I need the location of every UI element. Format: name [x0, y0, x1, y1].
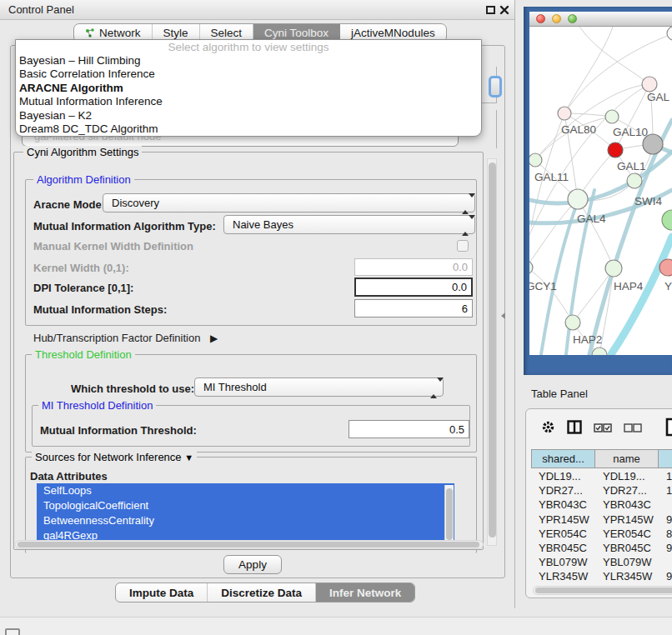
node-hap2[interactable] — [565, 315, 580, 330]
network-edge[interactable] — [579, 27, 649, 84]
panel-splitter-handle[interactable] — [501, 312, 505, 319]
mi-threshold-label: Mutual Information Threshold: — [40, 424, 197, 437]
algorithm-option[interactable]: ARACNE Algorithm — [16, 82, 481, 95]
mi-steps-field[interactable]: 6 — [354, 299, 473, 318]
select-all-checkboxes-icon[interactable] — [594, 421, 612, 436]
table-row[interactable]: YDR27...YDR27...12 — [531, 483, 672, 498]
node-gal1-red[interactable] — [608, 142, 623, 158]
control-panel: Control Panel NetworkStyleSelectCyni Too… — [0, 0, 515, 608]
node-label-gal4: GAL4 — [577, 212, 606, 225]
node-salmon[interactable] — [659, 259, 672, 276]
network-edge[interactable] — [573, 268, 614, 322]
node-gcy1[interactable] — [529, 261, 533, 274]
network-edge[interactable] — [531, 113, 564, 227]
column-header-shared[interactable]: shared... — [531, 449, 595, 468]
close-traffic-light-icon[interactable] — [536, 14, 545, 23]
dock-panel-icon[interactable] — [5, 628, 20, 635]
algorithm-definition-title: Algorithm Definition — [33, 173, 134, 186]
algorithm-combo-button[interactable] — [489, 76, 502, 98]
table-cell: 9. — [659, 512, 672, 527]
node-attribute-table[interactable]: shared...nameAYDL19...YDL19...13YDR27...… — [531, 449, 672, 582]
table-cell: YBR045C — [595, 541, 659, 555]
which-threshold-combo[interactable]: MI Threshold — [194, 378, 444, 397]
column-header-a[interactable]: A — [659, 449, 672, 468]
float-window-icon[interactable] — [486, 6, 495, 14]
apply-button[interactable]: Apply — [223, 555, 282, 574]
node-gal11[interactable] — [529, 153, 542, 167]
mi-steps-value: 6 — [462, 302, 468, 315]
sources-group-title[interactable]: Sources for Network Inference ▼ — [32, 451, 197, 463]
algorithm-option[interactable]: Mutual Information Inference — [16, 95, 481, 108]
network-edge[interactable] — [611, 237, 672, 354]
collapse-down-icon[interactable]: ▼ — [184, 452, 193, 462]
stepper-arrows-icon — [430, 382, 437, 394]
table-cell: YBR045C — [531, 541, 595, 555]
data-attributes-list[interactable]: SelfLoopsTopologicalCoefficientBetweenne… — [37, 483, 454, 548]
algorithm-option[interactable]: Basic Correlation Inference — [16, 68, 481, 81]
function-builder-icon[interactable] — [665, 417, 672, 440]
table-horizontal-scrollbar[interactable] — [533, 586, 672, 595]
manual-kernel-label: Manual Kernel Width Definition — [33, 240, 193, 252]
node-gal10[interactable] — [605, 110, 619, 123]
node-hap4[interactable] — [605, 260, 622, 277]
settings-vertical-scrollbar[interactable] — [487, 158, 497, 546]
table-cell: YDL19... — [531, 469, 595, 483]
column-header-name[interactable]: name — [595, 449, 659, 468]
zoom-traffic-light-icon[interactable] — [568, 14, 577, 23]
table-row[interactable]: YBR043CYBR043C — [531, 498, 672, 512]
node-top-right[interactable] — [667, 27, 672, 40]
kernel-width-field[interactable]: 0.0 — [354, 258, 473, 276]
table-row[interactable]: YPR145WYPR145W9. — [531, 512, 672, 527]
deselect-all-checkboxes-icon[interactable] — [624, 421, 642, 436]
node-label-gal80: GAL80 — [561, 123, 596, 136]
node-swi4[interactable] — [627, 173, 642, 188]
hub-definition-label: Hub/Transcription Factor Definition — [33, 332, 200, 344]
bottom-strip — [0, 618, 672, 635]
algorithm-dropdown-popup: Select algorithm to view settings Bayesi… — [15, 39, 482, 137]
aracne-mode-combo[interactable]: Discovery — [103, 193, 475, 212]
dpi-tolerance-field[interactable]: 0.0 — [354, 278, 473, 297]
table-panel: shared...nameAYDL19...YDL19...13YDR27...… — [525, 408, 672, 598]
node-label-gcy1: GCY1 — [529, 280, 557, 292]
node-label-gal11: GAL11 — [534, 171, 569, 183]
node-gal4[interactable] — [568, 189, 588, 209]
tab-impute-data[interactable]: Impute Data — [116, 583, 208, 602]
algorithm-option[interactable]: Bayesian – K2 — [16, 109, 481, 122]
node-gal-pink[interactable] — [642, 77, 657, 92]
table-row[interactable]: YBR045CYBR045C9. — [531, 541, 672, 555]
network-edge[interactable] — [529, 199, 578, 268]
node-green-right[interactable] — [662, 210, 672, 230]
data-attribute-item[interactable]: BetweennessCentrality — [37, 513, 454, 528]
node-gal80[interactable] — [558, 107, 571, 120]
tab-discretize-data[interactable]: Discretize Data — [208, 583, 316, 602]
gear-icon[interactable] — [541, 420, 555, 438]
expand-right-icon[interactable]: ▶ — [210, 332, 218, 344]
aracne-mode-label: Aracne Mode: — [33, 198, 105, 211]
tab-label: Cyni Toolbox — [264, 27, 328, 39]
algorithm-option[interactable]: Dream8 DC_TDC Algorithm — [16, 122, 481, 136]
node-bottom[interactable] — [592, 348, 607, 355]
attributes-list-scrollbar[interactable] — [444, 485, 454, 547]
network-canvas[interactable]: GALGAL80GAL10GAL1GAL11SWI4GAL4GCY1HAP4YH… — [529, 27, 672, 355]
table-row[interactable]: YDL19...YDL19...13 — [531, 469, 672, 483]
table-cell: YDL19... — [595, 469, 659, 483]
data-attribute-item[interactable]: SelfLoops — [37, 483, 454, 498]
minimize-traffic-light-icon[interactable] — [552, 14, 561, 23]
hub-definition-expander[interactable]: Hub/Transcription Factor Definition ▶ — [33, 332, 218, 344]
algorithm-option[interactable]: Bayesian – Hill Climbing — [16, 54, 481, 68]
settings-horizontal-scrollbar[interactable] — [15, 540, 484, 549]
mi-threshold-field[interactable]: 0.5 — [349, 420, 469, 438]
node-label-gal10: GAL10 — [613, 126, 648, 138]
mi-type-combo[interactable]: Naive Bayes — [223, 215, 475, 234]
table-row[interactable]: YBL079WYBL079W — [531, 555, 672, 569]
split-columns-icon[interactable] — [567, 420, 582, 438]
table-row[interactable]: YLR345WYLR345W9. — [531, 569, 672, 582]
network-window-titlebar[interactable] — [529, 12, 672, 27]
table-row[interactable]: YER054CYER054C8. — [531, 527, 672, 541]
manual-kernel-checkbox[interactable] — [457, 240, 469, 252]
tab-infer-network[interactable]: Infer Network — [316, 583, 414, 602]
tab-label: Select — [211, 27, 243, 39]
close-icon[interactable] — [499, 4, 509, 16]
network-edge[interactable] — [535, 84, 649, 160]
data-attribute-item[interactable]: TopologicalCoefficient — [37, 498, 454, 513]
